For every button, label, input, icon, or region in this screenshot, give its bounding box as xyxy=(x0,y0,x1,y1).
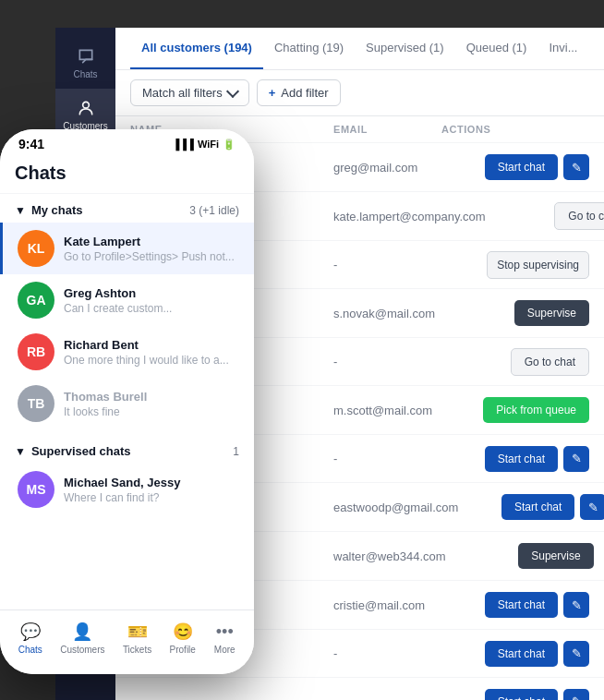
customers-icon xyxy=(76,98,96,118)
tickets-nav-icon: 🎫 xyxy=(127,621,149,643)
edit-button[interactable]: ✎ xyxy=(563,689,589,701)
go-to-chat-button[interactable]: Go to chat xyxy=(511,348,589,376)
supervised-chat-preview: Where I can find it? xyxy=(64,491,239,504)
actions-cell: Pick from queue xyxy=(441,397,589,423)
chat-avatar: RB xyxy=(18,333,54,370)
email-cell: - xyxy=(333,258,441,272)
supervised-chat-name: Michael Sand, Jessy xyxy=(64,476,239,489)
start-chat-button[interactable]: Start chat xyxy=(501,494,574,520)
supervised-chat-info: Michael Sand, JessyWhere I can find it? xyxy=(64,476,239,504)
phone-status-bar: 9:41 ▐▐▐ WiFi 🔋 xyxy=(0,129,254,155)
edit-button[interactable]: ✎ xyxy=(563,446,589,472)
more-nav-icon: ••• xyxy=(213,621,236,643)
email-cell: m.scott@mail.com xyxy=(333,404,441,417)
supervise-button[interactable]: Supervise xyxy=(514,300,589,326)
chevron-icon: ▼ xyxy=(15,204,26,217)
bottom-nav-item-more[interactable]: •••More xyxy=(213,621,236,655)
bottom-nav-item-tickets[interactable]: 🎫Tickets xyxy=(123,621,151,655)
battery-icon: 🔋 xyxy=(223,139,236,151)
start-chat-button[interactable]: Start chat xyxy=(485,154,558,180)
chat-preview: One more thing I would like to a... xyxy=(64,354,239,367)
tab-all-customers[interactable]: All customers (194) xyxy=(130,28,263,69)
chat-info: Kate LampertGo to Profile>Settings> Push… xyxy=(64,235,239,263)
email-cell: eastwoodp@gmail.com xyxy=(333,501,458,514)
start-chat-button[interactable]: Start chat xyxy=(485,641,558,667)
phone-header: Chats xyxy=(0,155,254,194)
my-chats-label: My chats xyxy=(31,203,83,217)
chat-name: Thomas Burell xyxy=(64,390,239,404)
edit-button[interactable]: ✎ xyxy=(563,641,589,667)
bottom-nav-label: More xyxy=(214,645,236,655)
phone-overlay: 9:41 ▐▐▐ WiFi 🔋 Chats ▼ My chats 3 (+1 i… xyxy=(0,129,254,674)
actions-cell: Start chat✎ xyxy=(441,592,589,618)
email-cell: greg@mail.com xyxy=(333,161,441,175)
my-chat-item[interactable]: TBThomas BurellIt looks fine xyxy=(0,378,254,429)
bottom-nav-item-customers[interactable]: 👤Customers xyxy=(60,621,104,655)
tab-invited[interactable]: Invi... xyxy=(538,28,588,69)
signal-icon: ▐▐▐ xyxy=(172,139,193,150)
chevron-icon2: ▼ xyxy=(15,445,26,458)
email-cell: kate.lampert@company.com xyxy=(333,210,486,223)
my-chats-list: KLKate LampertGo to Profile>Settings> Pu… xyxy=(0,223,254,429)
chats-nav-icon: 💬 xyxy=(19,621,42,643)
actions-cell: Start chat✎ xyxy=(441,689,589,701)
supervised-chat-item[interactable]: MSMichael Sand, JessyWhere I can find it… xyxy=(0,464,254,515)
actions-cell: Go to chat xyxy=(486,202,604,230)
tab-chatting[interactable]: Chatting (19) xyxy=(263,28,355,69)
supervise-button[interactable]: Supervise xyxy=(518,543,593,569)
actions-cell: Start chat✎ xyxy=(441,154,589,180)
filters-bar: Match all filters + Add filter xyxy=(115,70,604,116)
supervised-title: ▼ Supervised chats xyxy=(15,444,131,458)
start-chat-button[interactable]: Start chat xyxy=(485,446,558,472)
tab-queued[interactable]: Queued (1) xyxy=(455,28,538,69)
chat-info: Greg AshtonCan I create custom... xyxy=(64,286,239,315)
status-icons: ▐▐▐ WiFi 🔋 xyxy=(172,139,236,151)
edit-button[interactable]: ✎ xyxy=(580,494,604,520)
go-to-chat-button[interactable]: Go to chat xyxy=(554,202,604,230)
bottom-nav-label: Tickets xyxy=(123,645,151,655)
add-filter-label: Add filter xyxy=(281,86,328,100)
supervised-badge: 1 xyxy=(233,445,239,458)
start-chat-button[interactable]: Start chat xyxy=(485,689,558,701)
phone-content: ▼ My chats 3 (+1 idle) KLKate LampertGo … xyxy=(0,194,254,609)
actions-cell: Start chat✎ xyxy=(441,446,589,472)
chat-preview: It looks fine xyxy=(64,405,239,418)
chat-name: Richard Bent xyxy=(64,338,239,352)
chat-preview: Can I create custom... xyxy=(64,302,239,315)
tab-supervised[interactable]: Supervised (1) xyxy=(355,28,455,69)
actions-cell: Go to chat xyxy=(441,348,589,376)
stop-supervising-button[interactable]: Stop supervising xyxy=(487,251,589,279)
my-chat-item[interactable]: KLKate LampertGo to Profile>Settings> Pu… xyxy=(0,223,254,274)
bottom-nav-item-profile[interactable]: 😊Profile xyxy=(170,621,196,655)
email-cell: s.novak@mail.com xyxy=(333,307,441,320)
edit-button[interactable]: ✎ xyxy=(563,154,589,180)
chat-info: Thomas BurellIt looks fine xyxy=(64,390,239,418)
email-cell: cristie@mail.com xyxy=(333,598,441,612)
bottom-nav-items: 💬Chats👤Customers🎫Tickets😊Profile•••More xyxy=(9,621,245,655)
actions-cell: Start chat✎ xyxy=(458,494,604,520)
add-filter-button[interactable]: + Add filter xyxy=(257,79,341,106)
chats-icon xyxy=(76,46,96,66)
bottom-nav-label: Chats xyxy=(18,645,42,655)
match-filter-label: Match all filters xyxy=(142,86,223,100)
pick-queue-button[interactable]: Pick from queue xyxy=(483,397,589,423)
match-filter-button[interactable]: Match all filters xyxy=(130,79,249,106)
chat-avatar: GA xyxy=(18,282,54,319)
my-chat-item[interactable]: GAGreg AshtonCan I create custom... xyxy=(0,274,254,326)
phone-bottom-nav: 💬Chats👤Customers🎫Tickets😊Profile•••More xyxy=(0,609,254,674)
my-chats-badge: 3 (+1 idle) xyxy=(189,204,239,217)
chat-avatar: KL xyxy=(18,230,54,267)
supervised-chats-list: MSMichael Sand, JessyWhere I can find it… xyxy=(0,464,254,515)
chevron-down-icon xyxy=(226,84,239,97)
sidebar-chats-label: Chats xyxy=(73,69,97,79)
edit-button[interactable]: ✎ xyxy=(563,592,589,618)
phone-title: Chats xyxy=(15,163,66,183)
col-actions: ACTIONS xyxy=(441,124,589,135)
phone-time: 9:41 xyxy=(18,137,44,151)
my-chats-title: ▼ My chats xyxy=(15,203,83,217)
bottom-nav-item-chats[interactable]: 💬Chats xyxy=(18,621,42,655)
sidebar-item-chats[interactable]: Chats xyxy=(55,37,115,89)
wifi-icon: WiFi xyxy=(198,139,219,150)
my-chat-item[interactable]: RBRichard BentOne more thing I would lik… xyxy=(0,326,254,378)
start-chat-button[interactable]: Start chat xyxy=(485,592,558,618)
